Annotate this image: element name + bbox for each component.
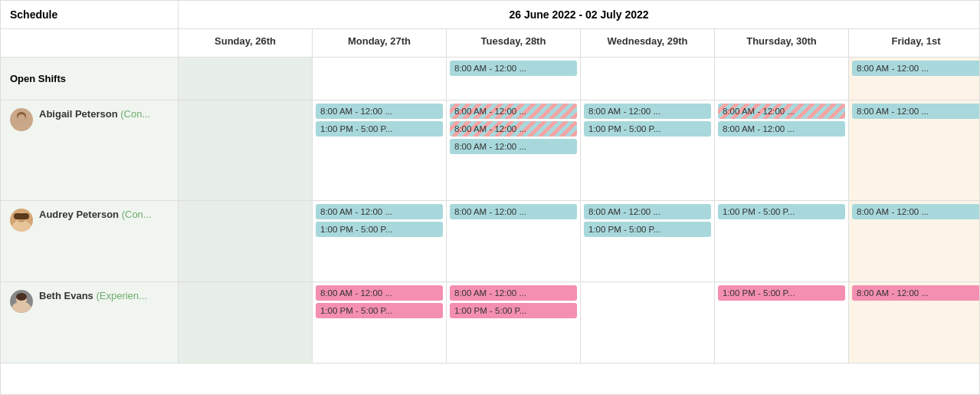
audrey-mon-shift2[interactable]: 1:00 PM - 5:00 P... bbox=[316, 222, 443, 237]
abigail-wed: 8:00 AM - 12:00 ... 1:00 PM - 5:00 P... bbox=[581, 100, 715, 200]
abigail-tue: 8:00 AM - 12:00 ... 8:00 AM - 12:00 ... … bbox=[447, 100, 581, 200]
beth-name: Beth Evans bbox=[39, 290, 93, 301]
audrey-role: (Con... bbox=[122, 209, 152, 220]
abigail-mon-shift1[interactable]: 8:00 AM - 12:00 ... bbox=[316, 104, 443, 119]
svg-point-4 bbox=[18, 114, 25, 122]
abigail-mon-shift2[interactable]: 1:00 PM - 5:00 P... bbox=[316, 121, 443, 137]
audrey-wed-shift1[interactable]: 8:00 AM - 12:00 ... bbox=[584, 204, 711, 219]
open-fri-shift[interactable]: 8:00 AM - 12:00 ... bbox=[852, 61, 980, 76]
beth-fri: 8:00 AM - 12:00 ... bbox=[849, 282, 980, 363]
abigail-mon: 8:00 AM - 12:00 ... 1:00 PM - 5:00 P... bbox=[313, 100, 447, 200]
beth-wed bbox=[581, 282, 715, 363]
abigail-wed-shift1[interactable]: 8:00 AM - 12:00 ... bbox=[584, 104, 711, 119]
open-sun-cell bbox=[179, 58, 313, 100]
audrey-label: Audrey Peterson (Con... bbox=[1, 201, 179, 281]
abigail-avatar bbox=[10, 108, 33, 131]
col-header-mon: Monday, 27th bbox=[313, 29, 447, 57]
beth-mon-shift2[interactable]: 1:00 PM - 5:00 P... bbox=[316, 303, 443, 318]
col-header-tue: Tuesday, 28th bbox=[447, 29, 581, 57]
beth-fri-shift1[interactable]: 8:00 AM - 12:00 ... bbox=[852, 285, 980, 301]
beth-label: Beth Evans (Experien... bbox=[1, 282, 179, 363]
audrey-fri-shift1[interactable]: 8:00 AM - 12:00 ... bbox=[852, 204, 980, 219]
schedule-container: Schedule 26 June 2022 - 02 July 2022 Sun… bbox=[0, 0, 980, 395]
col-header-sun: Sunday, 26th bbox=[179, 29, 313, 57]
audrey-thu: 1:00 PM - 5:00 P... bbox=[715, 201, 849, 281]
open-thu-cell bbox=[715, 58, 849, 100]
abigail-role: (Con... bbox=[120, 108, 150, 120]
abigail-thu-shift2[interactable]: 8:00 AM - 12:00 ... bbox=[718, 121, 845, 137]
svg-point-1 bbox=[14, 123, 29, 131]
col-header-fri: Friday, 1st bbox=[849, 29, 980, 57]
abigail-label: Abigail Peterson (Con... bbox=[1, 100, 179, 200]
audrey-sun bbox=[179, 201, 313, 281]
open-shifts-label: Open Shifts bbox=[1, 58, 179, 100]
col-header-wed: Wednesday, 29th bbox=[581, 29, 715, 57]
audrey-wed: 8:00 AM - 12:00 ... 1:00 PM - 5:00 P... bbox=[581, 201, 715, 281]
beth-mon: 8:00 AM - 12:00 ... 1:00 PM - 5:00 P... bbox=[313, 282, 447, 363]
beth-thu-shift1[interactable]: 1:00 PM - 5:00 P... bbox=[718, 285, 845, 301]
abigail-thu-shift1[interactable]: 8:00 AM - 12:00 ... bbox=[718, 104, 845, 119]
abigail-sun bbox=[179, 100, 313, 200]
open-mon-cell bbox=[313, 58, 447, 100]
date-range: 26 June 2022 - 02 July 2022 bbox=[179, 1, 979, 28]
audrey-tue: 8:00 AM - 12:00 ... bbox=[447, 201, 581, 281]
audrey-mon-shift1[interactable]: 8:00 AM - 12:00 ... bbox=[316, 204, 443, 219]
beth-role: (Experien... bbox=[96, 290, 146, 301]
abigail-wed-shift2[interactable]: 1:00 PM - 5:00 P... bbox=[584, 121, 711, 137]
svg-rect-8 bbox=[14, 213, 29, 219]
audrey-tue-shift1[interactable]: 8:00 AM - 12:00 ... bbox=[450, 204, 577, 219]
abigail-fri: 8:00 AM - 12:00 ... bbox=[849, 100, 980, 200]
audrey-fri: 8:00 AM - 12:00 ... bbox=[849, 201, 980, 281]
open-fri-cell: 8:00 AM - 12:00 ... bbox=[849, 58, 980, 100]
col-header-thu: Thursday, 30th bbox=[715, 29, 849, 57]
beth-tue-shift1[interactable]: 8:00 AM - 12:00 ... bbox=[450, 285, 577, 301]
beth-tue-shift2[interactable]: 1:00 PM - 5:00 P... bbox=[450, 303, 577, 318]
abigail-name: Abigail Peterson bbox=[39, 108, 118, 120]
audrey-thu-shift1[interactable]: 1:00 PM - 5:00 P... bbox=[718, 204, 845, 219]
audrey-mon: 8:00 AM - 12:00 ... 1:00 PM - 5:00 P... bbox=[313, 201, 447, 281]
beth-tue: 8:00 AM - 12:00 ... 1:00 PM - 5:00 P... bbox=[447, 282, 581, 363]
abigail-thu: 8:00 AM - 12:00 ... 8:00 AM - 12:00 ... bbox=[715, 100, 849, 200]
open-tue-shift[interactable]: 8:00 AM - 12:00 ... bbox=[450, 61, 577, 76]
audrey-wed-shift2[interactable]: 1:00 PM - 5:00 P... bbox=[584, 222, 711, 237]
beth-avatar bbox=[10, 290, 33, 313]
schedule-title: Schedule bbox=[1, 1, 179, 28]
svg-point-11 bbox=[16, 293, 27, 301]
beth-mon-shift1[interactable]: 8:00 AM - 12:00 ... bbox=[316, 285, 443, 301]
beth-sun bbox=[179, 282, 313, 363]
audrey-name: Audrey Peterson bbox=[39, 209, 119, 220]
audrey-avatar bbox=[10, 209, 33, 232]
open-wed-cell bbox=[581, 58, 715, 100]
beth-thu: 1:00 PM - 5:00 P... bbox=[715, 282, 849, 363]
open-tue-cell: 8:00 AM - 12:00 ... bbox=[447, 58, 581, 100]
abigail-tue-shift1[interactable]: 8:00 AM - 12:00 ... bbox=[450, 104, 577, 119]
abigail-tue-shift3[interactable]: 8:00 AM - 12:00 ... bbox=[450, 139, 577, 154]
abigail-fri-shift1[interactable]: 8:00 AM - 12:00 ... bbox=[852, 104, 980, 119]
abigail-tue-shift2[interactable]: 8:00 AM - 12:00 ... bbox=[450, 121, 577, 137]
